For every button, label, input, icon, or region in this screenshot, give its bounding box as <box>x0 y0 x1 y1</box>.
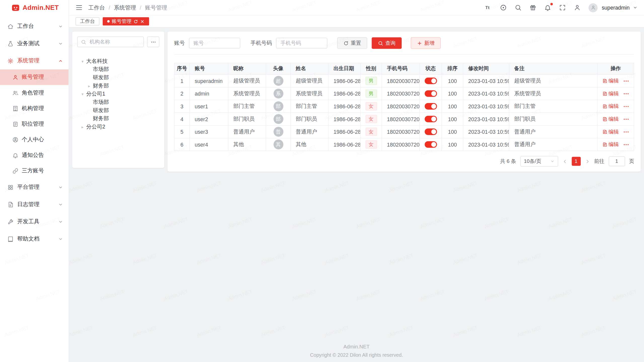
more-actions-icon[interactable] <box>623 78 629 84</box>
search-icon <box>81 39 86 44</box>
sidebar-item-log[interactable]: 日志管理 <box>0 196 69 213</box>
notifications-button[interactable] <box>544 4 551 11</box>
edit-icon <box>602 78 607 83</box>
tab-close-icon[interactable] <box>140 19 145 24</box>
grid-icon <box>7 184 13 190</box>
gender-tag: 女 <box>365 102 377 111</box>
sidebar-item-devtools[interactable]: 开发工具 <box>0 213 69 230</box>
page-1-button[interactable]: 1 <box>572 157 581 166</box>
edit-button[interactable]: 编辑 <box>602 141 619 148</box>
edit-icon <box>602 104 607 109</box>
edit-button[interactable]: 编辑 <box>602 77 619 84</box>
sidebar-subitem-role[interactable]: 角色管理 <box>0 85 69 101</box>
more-actions-icon[interactable] <box>623 116 629 122</box>
tab-workbench[interactable]: 工作台 <box>75 17 99 26</box>
tree-node[interactable]: ▸分公司2 <box>77 123 159 131</box>
edit-button[interactable]: 编辑 <box>602 128 619 135</box>
theme-icon[interactable] <box>500 4 507 11</box>
user-settings-icon[interactable] <box>574 4 581 11</box>
tree-node[interactable]: ▾大名科技 <box>77 57 159 65</box>
time-cell: 2023-01-03 10:59:44 <box>463 100 509 113</box>
more-actions-icon[interactable] <box>623 141 629 147</box>
tab-account-management[interactable]: 账号管理 <box>103 17 149 26</box>
more-actions-icon[interactable] <box>623 90 629 97</box>
gender-tag: 男 <box>365 77 377 85</box>
sidebar-subitem-notice[interactable]: 通知公告 <box>0 147 69 163</box>
account-input[interactable] <box>189 38 240 48</box>
column-header: 性别 <box>360 63 382 75</box>
tree-node[interactable]: 财务部 <box>77 115 159 123</box>
goto-page-input[interactable] <box>609 156 625 166</box>
more-actions-icon[interactable] <box>623 129 629 135</box>
chev-down-icon <box>58 24 63 29</box>
page-size-select[interactable]: 10条/页 <box>520 156 558 166</box>
sidebar-item-docs[interactable]: 帮助文档 <box>0 230 69 248</box>
tree-node[interactable]: ▸财务部 <box>77 82 159 90</box>
total-count: 共 6 条 <box>500 158 516 165</box>
name-cell: 系统管理员 <box>291 87 328 100</box>
tree-node[interactable]: 市场部 <box>77 98 159 106</box>
org-search-field[interactable] <box>77 36 144 47</box>
status-toggle[interactable] <box>424 90 437 97</box>
gender-tag: 女 <box>365 140 377 149</box>
search-button[interactable]: 查询 <box>372 37 402 49</box>
user-menu-chevron-down-icon[interactable] <box>633 5 637 10</box>
sidebar-subitem-org[interactable]: 机构管理 <box>0 101 69 116</box>
status-cell <box>420 113 442 125</box>
app-logo[interactable]: Admin.NET <box>0 0 69 15</box>
menu-collapse-icon[interactable] <box>75 4 83 11</box>
tree-more-button[interactable] <box>147 36 159 47</box>
avatar-cell: 超 <box>266 74 291 87</box>
user-avatar[interactable] <box>589 3 598 12</box>
column-header: 头像 <box>266 63 291 75</box>
sidebar-subitem-account[interactable]: 账号管理 <box>0 69 69 85</box>
tree-node[interactable]: ▾分公司1 <box>77 90 159 98</box>
tab-refresh-icon[interactable] <box>134 19 138 24</box>
edit-button[interactable]: 编辑 <box>602 90 619 97</box>
font-size-icon[interactable] <box>485 4 492 11</box>
more-actions-icon[interactable] <box>623 103 629 109</box>
sidebar-subitem-position[interactable]: 职位管理 <box>0 116 69 132</box>
birth-cell: 1986-06-28 <box>328 74 360 87</box>
sidebar-item-system[interactable]: 系统管理 <box>0 52 69 69</box>
tree-node[interactable]: 研发部 <box>77 73 159 82</box>
org-search-input[interactable] <box>89 38 140 45</box>
app-root: Tt <box>0 0 644 362</box>
breadcrumb-item-workbench[interactable]: 工作台 <box>88 4 105 11</box>
actions-cell: 编辑 <box>597 74 634 87</box>
next-page-icon[interactable] <box>585 159 590 164</box>
add-button[interactable]: 新增 <box>411 37 441 49</box>
sidebar-item-business-test[interactable]: 业务测试 <box>0 35 69 52</box>
status-toggle[interactable] <box>424 116 437 122</box>
column-header: 序号 <box>174 63 189 75</box>
sidebar-subitem-profile[interactable]: 个人中心 <box>0 132 69 147</box>
edit-button[interactable]: 编辑 <box>602 103 619 110</box>
name-cell: 超级管理员 <box>291 74 328 87</box>
edit-button[interactable]: 编辑 <box>602 116 619 123</box>
breadcrumb-item-system[interactable]: 系统管理 <box>114 4 136 11</box>
reset-button[interactable]: 重置 <box>337 37 367 49</box>
phone-cell: 18020030720 <box>382 113 420 125</box>
username[interactable]: superadmin <box>602 5 630 11</box>
table-header-row: 序号账号昵称头像姓名出生日期性别手机号码状态排序修改时间备注操作 <box>174 63 634 75</box>
prev-page-icon[interactable] <box>562 159 567 164</box>
toggle-knob <box>431 117 436 122</box>
active-tab-dot <box>107 20 110 23</box>
gift-icon[interactable] <box>530 4 537 11</box>
tree-node[interactable]: 市场部 <box>77 65 159 74</box>
status-toggle[interactable] <box>424 103 437 110</box>
sidebar-item-label: 系统管理 <box>17 57 55 64</box>
sidebar-item-workbench[interactable]: 工作台 <box>0 18 69 35</box>
status-toggle[interactable] <box>424 141 437 148</box>
sidebar-item-label: 日志管理 <box>17 201 55 208</box>
tree-node-label: 市场部 <box>93 66 109 73</box>
search-icon[interactable] <box>515 4 522 11</box>
page-size-value: 10条/页 <box>524 158 541 165</box>
status-toggle[interactable] <box>424 128 437 135</box>
fullscreen-icon[interactable] <box>559 4 566 11</box>
sidebar-item-platform[interactable]: 平台管理 <box>0 178 69 196</box>
tree-node[interactable]: 研发部 <box>77 106 159 115</box>
sidebar-subitem-third-account[interactable]: 三方账号 <box>0 163 69 178</box>
status-toggle[interactable] <box>424 78 437 84</box>
phone-input[interactable] <box>276 38 327 48</box>
